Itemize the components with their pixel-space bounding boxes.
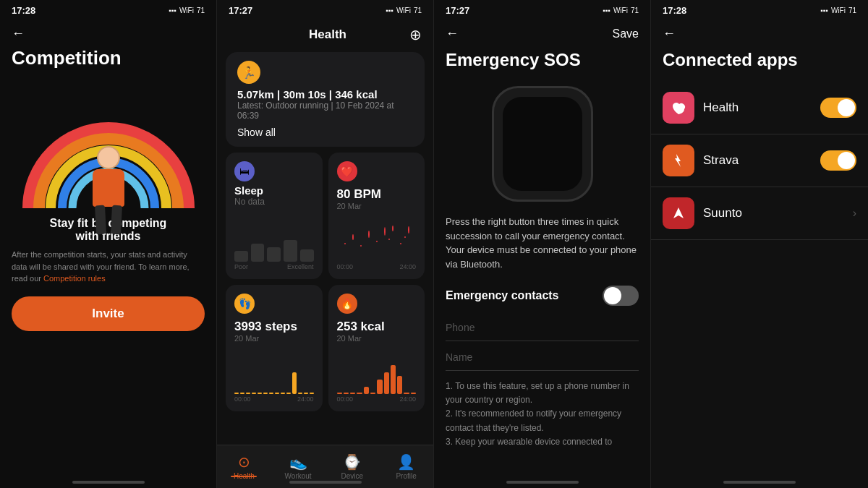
- strava-app-name: Strava: [703, 153, 820, 168]
- hr-chart-labels: 00:00 24:00: [337, 263, 417, 270]
- workout-nav-label: Workout: [285, 472, 312, 480]
- health-nav-icon: ⊙: [238, 453, 250, 471]
- add-button[interactable]: ⊕: [409, 26, 422, 43]
- show-all-button[interactable]: Show all: [237, 121, 413, 138]
- suunto-app-icon: [663, 197, 694, 229]
- suunto-chevron-icon: ›: [853, 207, 856, 220]
- emergency-description: Press the right button three times in qu…: [434, 209, 650, 280]
- competition-subtitle: Stay fit by competing with friends: [0, 208, 216, 249]
- hr-label-left: 00:00: [337, 263, 354, 270]
- sleep-label-left: Poor: [234, 263, 248, 270]
- kcal-bar: [397, 376, 402, 394]
- steps-bar: [252, 393, 256, 395]
- figure-body: [93, 169, 124, 207]
- back-button-4[interactable]: ←: [663, 26, 676, 40]
- time-3: 17:27: [446, 5, 469, 16]
- status-icons-1: ▪▪▪ WiFi 71: [169, 7, 205, 14]
- hr-dot: [392, 226, 393, 231]
- status-icons-4: ▪▪▪ WiFi 71: [820, 7, 856, 14]
- nav-active-indicator: [231, 476, 257, 477]
- steps-date: 20 Mar: [234, 334, 314, 343]
- hr-dot: [404, 236, 406, 238]
- status-bar-1: 17:28 ▪▪▪ WiFi 71: [0, 0, 216, 20]
- activity-card: 🏃 5.07km | 30m 10s | 346 kcal Latest: Ou…: [226, 52, 425, 147]
- kcal-bar: [364, 387, 369, 394]
- sleep-bar-5: [300, 249, 314, 262]
- kcal-card: 🔥 253 kcal 20 Mar: [328, 285, 425, 411]
- suunto-app-row[interactable]: Suunto ›: [651, 187, 868, 240]
- status-bar-4: 17:28 ▪▪▪ WiFi 71: [651, 0, 868, 20]
- emergency-sos-panel: 17:27 ▪▪▪ WiFi 71 ← Save Emergency SOS ←…: [434, 0, 651, 488]
- nav-profile[interactable]: 👤 Profile: [379, 453, 433, 480]
- health-panel: 17:27 ▪▪▪ WiFi 71 Health ⊕ 🏃 5.07km | 30…: [217, 0, 434, 488]
- suunto-app-name: Suunto: [703, 206, 853, 221]
- emergency-contacts-section: Emergency contacts: [434, 280, 650, 312]
- connected-apps-title: Connected apps: [651, 44, 868, 82]
- phone-field[interactable]: Phone: [446, 314, 639, 341]
- health-title: Health: [246, 27, 409, 42]
- signal-icon: ▪▪▪: [169, 7, 176, 14]
- watch-shape: [492, 86, 593, 202]
- battery-icon-3: 71: [631, 7, 639, 14]
- invite-button[interactable]: Invite: [12, 296, 205, 331]
- steps-bar: [286, 393, 291, 395]
- kcal-bar: [404, 393, 409, 395]
- nav-device[interactable]: ⌚ Device: [326, 453, 380, 480]
- steps-chart: [234, 347, 314, 394]
- sleep-card: 🛏 Sleep No data Poor Excellent: [226, 153, 323, 279]
- hr-chart: [337, 215, 417, 262]
- hr-dot: [408, 226, 409, 234]
- name-field[interactable]: Name: [446, 344, 639, 371]
- device-nav-icon: ⌚: [343, 453, 361, 471]
- sleep-bars: [234, 226, 314, 262]
- sleep-chart: [234, 211, 314, 262]
- phone-placeholder: Phone: [446, 322, 475, 333]
- steps-bar: [269, 393, 273, 395]
- sleep-chart-labels: Poor Excellent: [234, 263, 314, 270]
- kcal-chart-labels: 00:00 24:00: [337, 395, 417, 403]
- status-icons-2: ▪▪▪ WiFi 71: [386, 7, 422, 14]
- time-1: 17:28: [12, 5, 35, 16]
- steps-bar: [310, 393, 314, 395]
- strava-toggle[interactable]: [820, 150, 856, 171]
- kcal-label-left: 00:00: [337, 395, 354, 403]
- connected-apps-panel: 17:28 ▪▪▪ WiFi 71 ← Connected apps Healt…: [651, 0, 868, 488]
- nav-workout[interactable]: 👟 Workout: [271, 453, 326, 480]
- competition-disclaimer: After the competition starts, your stats…: [0, 249, 216, 294]
- competition-rules-link[interactable]: Competition rules: [43, 274, 106, 283]
- watch-screen: [503, 97, 582, 191]
- health-toggle[interactable]: [820, 98, 856, 118]
- sleep-bar-4: [284, 240, 297, 262]
- kcal-bar: [344, 393, 349, 395]
- workout-nav-icon: 👟: [289, 453, 307, 471]
- hr-dot: [384, 227, 386, 236]
- emergency-instructions: 1. To use this feature, set up a phone n…: [434, 374, 650, 455]
- sleep-sub: No data: [234, 197, 314, 207]
- status-icons-3: ▪▪▪ WiFi 71: [603, 7, 639, 14]
- steps-bar: [281, 393, 285, 395]
- suunto-icon: [671, 205, 686, 221]
- signal-icon-2: ▪▪▪: [386, 7, 393, 14]
- steps-bar: [258, 393, 262, 395]
- back-button-1[interactable]: ←: [12, 26, 25, 41]
- kcal-bar: [337, 393, 342, 395]
- battery-icon: 71: [197, 7, 205, 14]
- profile-nav-icon: 👤: [397, 453, 415, 471]
- health-heart-icon: [670, 99, 687, 116]
- figure-leg-l: [94, 205, 106, 235]
- activity-stats: 5.07km | 30m 10s | 346 kcal: [237, 88, 413, 100]
- emergency-contacts-toggle[interactable]: [603, 286, 639, 306]
- steps-bar: [298, 393, 302, 395]
- strava-app-icon: [663, 145, 694, 176]
- nav-health[interactable]: ⊙ Health: [217, 453, 271, 480]
- panel1-header: ←: [0, 20, 216, 44]
- status-bar-2: 17:27 ▪▪▪ WiFi 71: [217, 0, 433, 20]
- health-app-name: Health: [703, 100, 820, 115]
- figure-leg-r: [110, 205, 122, 235]
- kcal-chart: [337, 347, 417, 394]
- save-button[interactable]: Save: [613, 27, 639, 40]
- steps-bar: [240, 393, 244, 395]
- steps-value: 3993 steps: [234, 320, 314, 334]
- competition-title: Competition: [0, 44, 216, 78]
- back-button-3[interactable]: ←: [446, 26, 459, 41]
